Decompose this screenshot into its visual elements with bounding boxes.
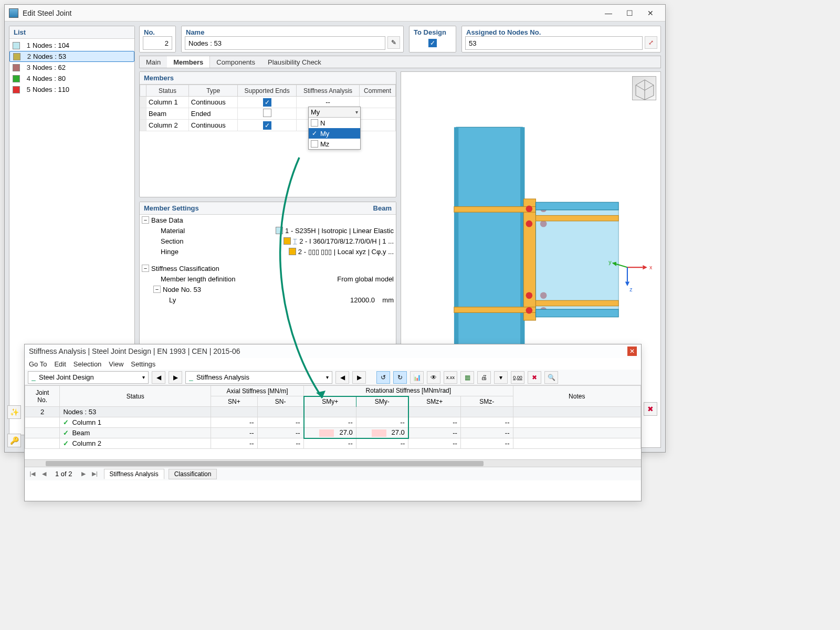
excel-export-button[interactable]: ▦ <box>460 371 474 384</box>
result-row[interactable]: ✓Column 1 ---- ---- ---- <box>25 417 641 428</box>
name-field[interactable]: Nodes : 53 <box>185 36 385 50</box>
print-button[interactable]: 🖨 <box>477 371 491 384</box>
stiffness-analysis-dropdown[interactable]: My▾ N ✓My Mz <box>308 107 361 150</box>
close-button[interactable]: ✕ <box>627 346 637 356</box>
stiffness-analysis-window: Stiffness Analysis | Steel Joint Design … <box>24 344 642 501</box>
menu-view[interactable]: View <box>109 360 123 368</box>
results-tab-classification[interactable]: Classification <box>169 469 217 479</box>
result-row[interactable]: ✓Beam ---- 27.0 27.0 ---- <box>25 428 641 438</box>
settings-header: Member Settings Beam <box>140 202 396 215</box>
no-field[interactable]: 2 <box>143 36 172 50</box>
list-item[interactable]: 3 Nodes : 62 <box>9 62 134 73</box>
list-item[interactable]: 4 Nodes : 80 <box>9 73 134 84</box>
results-toolbar: ⎯Steel Joint Design▾ ◀ ▶ ⎯Stiffness Anal… <box>25 370 641 385</box>
maximize-button[interactable]: ☐ <box>619 7 640 19</box>
svg-rect-4 <box>454 207 536 213</box>
name-label: Name <box>185 28 400 36</box>
help-button[interactable]: 🔑 <box>7 434 21 447</box>
result-row[interactable]: ✓Column 2 ---- ---- ---- <box>25 438 641 449</box>
svg-rect-14 <box>536 202 618 210</box>
menu-goto[interactable]: Go To <box>29 360 47 368</box>
svg-text:y: y <box>608 259 612 265</box>
show-icon[interactable]: 👁 <box>427 371 440 384</box>
pager-label: 1 of 2 <box>51 470 77 478</box>
dropdown-option-my[interactable]: ✓My <box>309 128 360 139</box>
group-row[interactable]: 2 Nodes : 53 <box>25 407 641 417</box>
first-page-button[interactable]: |◀ <box>28 469 37 479</box>
view-toggle-1[interactable]: ↺ <box>376 371 390 384</box>
todesign-label: To Design <box>413 28 453 36</box>
horizontal-scrollbar[interactable] <box>25 459 641 467</box>
delete-button[interactable]: ✖ <box>644 402 657 416</box>
prev-result-button[interactable]: ◀ <box>335 371 349 384</box>
tab-plausibility[interactable]: Plausibility Check <box>261 56 328 68</box>
svg-rect-15 <box>536 309 618 317</box>
menu-settings[interactable]: Settings <box>131 360 155 368</box>
list-header: List <box>9 26 134 39</box>
units-button[interactable]: 0,00 <box>511 371 524 384</box>
menu-selection[interactable]: Selection <box>74 360 101 368</box>
supported-checkbox[interactable]: ✓ <box>263 121 271 130</box>
ok-icon: ✓ <box>63 418 69 426</box>
list-item[interactable]: 2 Nodes : 53 <box>9 51 134 62</box>
close-button[interactable]: ✕ <box>640 7 661 19</box>
highlight-icon <box>372 429 386 437</box>
minimize-button[interactable]: — <box>598 7 619 19</box>
list-item[interactable]: 1 Nodes : 104 <box>9 40 134 51</box>
chart-button[interactable]: 📊 <box>410 371 424 384</box>
svg-text:z: z <box>629 286 632 292</box>
collapse-icon[interactable]: − <box>142 216 149 224</box>
todesign-checkbox[interactable]: ✓ <box>428 39 437 47</box>
menu-edit[interactable]: Edit <box>54 360 66 368</box>
result-combo[interactable]: ⎯Stiffness Analysis▾ <box>185 371 332 384</box>
prev-page-button[interactable]: ◀ <box>39 469 49 479</box>
nav-cube[interactable] <box>632 76 656 100</box>
edit-name-button[interactable]: ✎ <box>387 36 400 49</box>
decimals-button[interactable]: x.xx <box>444 371 457 384</box>
color-swatch-icon <box>13 53 20 60</box>
design-combo[interactable]: ⎯Steel Joint Design▾ <box>28 371 149 384</box>
main-tabs: Main Members Components Plausibility Che… <box>139 56 661 68</box>
title-bar: Edit Steel Joint — ☐ ✕ <box>5 5 665 22</box>
svg-rect-3 <box>523 199 536 320</box>
prev-design-button[interactable]: ◀ <box>152 371 165 384</box>
dropdown-option-mz[interactable]: Mz <box>309 139 360 149</box>
results-tab-stiffness[interactable]: Stiffness Analysis <box>104 469 164 479</box>
list-item[interactable]: 5 Nodes : 110 <box>9 84 134 95</box>
supported-checkbox[interactable] <box>263 109 271 117</box>
members-header: Members <box>140 72 396 85</box>
next-page-button[interactable]: ▶ <box>79 469 88 479</box>
window-title: Edit Steel Joint <box>23 9 598 17</box>
pick-nodes-button[interactable]: ⤢ <box>645 36 657 49</box>
checkbox-icon: ✓ <box>311 130 318 137</box>
filter-button[interactable]: ▾ <box>494 371 508 384</box>
assigned-label: Assigned to Nodes No. <box>465 28 657 36</box>
next-result-button[interactable]: ▶ <box>352 371 366 384</box>
svg-point-6 <box>526 205 533 212</box>
svg-marker-20 <box>643 265 647 269</box>
tab-members[interactable]: Members <box>167 56 210 68</box>
clear-button[interactable]: ✖ <box>528 371 541 384</box>
svg-rect-18 <box>536 300 618 306</box>
svg-rect-16 <box>536 210 618 309</box>
tool-button[interactable]: ✨ <box>7 405 21 419</box>
color-swatch-icon <box>13 42 20 49</box>
search-button[interactable]: 🔍 <box>544 371 558 384</box>
next-design-button[interactable]: ▶ <box>169 371 182 384</box>
color-swatch-icon <box>13 64 20 71</box>
supported-checkbox[interactable]: ✓ <box>263 98 271 107</box>
dropdown-selected[interactable]: My▾ <box>309 107 360 118</box>
dropdown-option-n[interactable]: N <box>309 118 360 128</box>
collapse-icon[interactable]: − <box>142 265 149 272</box>
results-title: Stiffness Analysis | Steel Joint Design … <box>25 344 641 358</box>
tab-main[interactable]: Main <box>140 56 167 68</box>
last-page-button[interactable]: ▶| <box>90 469 100 479</box>
svg-marker-24 <box>625 282 629 286</box>
view-toggle-2[interactable]: ↻ <box>393 371 407 384</box>
assigned-field[interactable]: 53 <box>465 36 643 50</box>
checkbox-icon <box>311 140 318 148</box>
section-icon: ⌶ <box>293 237 297 245</box>
tab-components[interactable]: Components <box>210 56 261 68</box>
ok-icon: ✓ <box>63 439 69 447</box>
collapse-icon[interactable]: − <box>153 286 161 293</box>
